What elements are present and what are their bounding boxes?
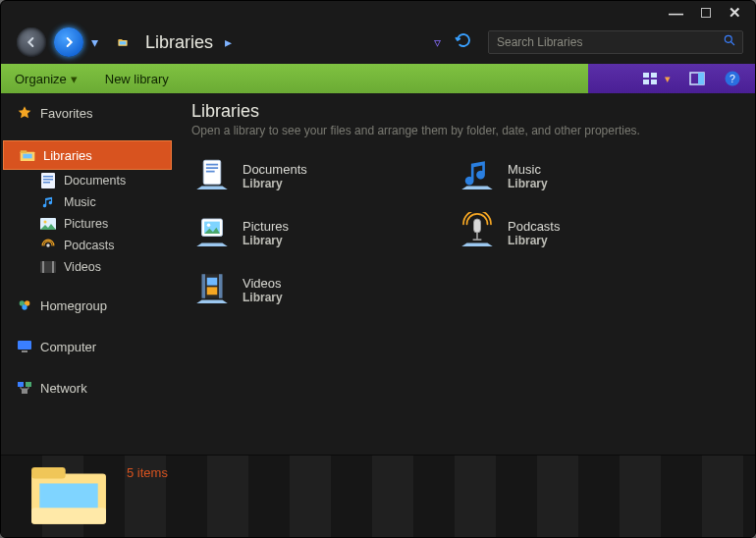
history-dropdown-icon[interactable]: ▿ (434, 34, 441, 50)
library-podcasts[interactable]: PodcastsLibrary (457, 212, 702, 253)
new-library-button[interactable]: New library (105, 72, 169, 86)
refresh-icon[interactable] (455, 31, 472, 53)
library-music[interactable]: MusicLibrary (457, 155, 702, 196)
pictures-library-icon (191, 212, 233, 253)
library-pictures[interactable]: PicturesLibrary (191, 212, 437, 253)
library-type: Library (243, 291, 283, 304)
sidebar-item-videos[interactable]: Videos (1, 256, 174, 278)
back-button[interactable] (17, 27, 46, 57)
sidebar-item-podcasts[interactable]: Podcasts (1, 235, 174, 256)
svg-rect-42 (202, 274, 206, 298)
svg-rect-14 (23, 154, 31, 159)
svg-rect-31 (26, 382, 31, 387)
svg-rect-6 (643, 80, 649, 84)
sidebar-item-label: Computer (40, 340, 96, 354)
maximize-button[interactable] (701, 8, 711, 18)
navigation-bar: ▾ Libraries ▸ ▿ (1, 25, 755, 64)
computer-icon (17, 339, 32, 354)
document-icon (40, 173, 56, 188)
svg-point-20 (44, 221, 47, 224)
libraries-icon (20, 147, 35, 163)
pictures-icon (40, 216, 56, 232)
close-button[interactable]: ✕ (729, 4, 741, 22)
music-library-icon (457, 155, 498, 196)
svg-rect-2 (120, 41, 127, 44)
podcast-icon (40, 238, 56, 253)
svg-point-27 (22, 304, 27, 309)
recent-dropdown-icon[interactable]: ▾ (91, 34, 98, 50)
svg-rect-30 (18, 382, 24, 387)
music-icon (40, 194, 56, 210)
svg-rect-36 (206, 171, 215, 173)
sidebar-item-label: Podcasts (64, 239, 114, 252)
sidebar-item-label: Documents (64, 174, 126, 188)
svg-point-3 (725, 35, 731, 42)
svg-rect-1 (118, 39, 122, 41)
svg-rect-16 (43, 176, 53, 178)
svg-rect-5 (651, 73, 657, 78)
organize-button[interactable]: Organize▾ (15, 72, 78, 86)
star-icon (17, 105, 32, 121)
item-count: 5 items (127, 465, 168, 480)
view-dropdown-icon[interactable]: ▾ (665, 73, 671, 85)
svg-point-39 (207, 223, 211, 227)
svg-rect-40 (474, 219, 481, 233)
videos-library-icon (191, 269, 233, 310)
forward-button[interactable] (54, 27, 83, 57)
library-type: Library (243, 177, 307, 190)
sidebar-libraries[interactable]: Libraries (3, 140, 172, 170)
svg-rect-44 (207, 278, 218, 286)
library-type: Library (508, 177, 548, 190)
svg-rect-4 (643, 73, 649, 78)
svg-rect-18 (43, 182, 50, 184)
view-options-button[interactable] (641, 70, 659, 87)
svg-rect-35 (206, 167, 218, 169)
svg-rect-43 (219, 274, 223, 298)
preview-pane-button[interactable] (688, 70, 706, 87)
svg-rect-34 (206, 164, 218, 166)
svg-point-21 (46, 243, 50, 247)
sidebar-computer[interactable]: Computer (1, 333, 174, 360)
library-name: Music (508, 162, 548, 177)
breadcrumb-title[interactable]: Libraries (145, 32, 213, 53)
sidebar-favorites[interactable]: Favorites (1, 99, 174, 127)
command-bar-left: Organize▾ New library (1, 64, 588, 93)
search-input[interactable] (495, 34, 723, 50)
sidebar-item-label: Favorites (40, 106, 92, 121)
search-icon[interactable] (723, 33, 736, 51)
details-pane: 5 items (1, 455, 755, 537)
sidebar-item-label: Music (64, 195, 96, 209)
sidebar-item-label: Libraries (43, 148, 92, 163)
details-folder-icon (27, 462, 111, 531)
library-grid: DocumentsLibrary MusicLibrary PicturesLi… (191, 155, 737, 310)
libraries-folder-icon (112, 34, 128, 50)
sidebar-network[interactable]: Network (1, 374, 174, 402)
sidebar-item-documents[interactable]: Documents (1, 170, 174, 191)
svg-rect-23 (42, 261, 44, 273)
library-type: Library (508, 234, 560, 247)
main-pane: Libraries Open a library to see your fil… (174, 93, 755, 455)
library-videos[interactable]: VideosLibrary (191, 269, 437, 310)
svg-rect-13 (21, 150, 27, 153)
sidebar-item-label: Network (40, 381, 87, 396)
svg-rect-15 (41, 173, 55, 188)
sidebar-homegroup[interactable]: Homegroup (1, 292, 174, 319)
sidebar-item-pictures[interactable]: Pictures (1, 213, 174, 235)
sidebar-item-music[interactable]: Music (1, 191, 174, 213)
breadcrumb-dropdown-icon[interactable]: ▸ (225, 34, 232, 50)
svg-rect-49 (31, 508, 106, 524)
help-button[interactable]: ? (724, 70, 741, 87)
svg-rect-32 (22, 389, 27, 394)
network-icon (17, 380, 32, 396)
homegroup-icon (17, 297, 32, 313)
command-bar-right: ▾ ? (588, 64, 755, 93)
library-name: Documents (243, 162, 307, 177)
svg-rect-7 (651, 80, 657, 84)
navigation-pane: Favorites Libraries Documents Music Pict… (1, 93, 174, 455)
library-documents[interactable]: DocumentsLibrary (191, 155, 437, 196)
minimize-button[interactable]: — (669, 5, 683, 22)
library-name: Podcasts (508, 219, 560, 234)
search-box[interactable] (488, 30, 743, 54)
page-subtitle: Open a library to see your files and arr… (191, 124, 737, 137)
video-icon (40, 259, 56, 275)
